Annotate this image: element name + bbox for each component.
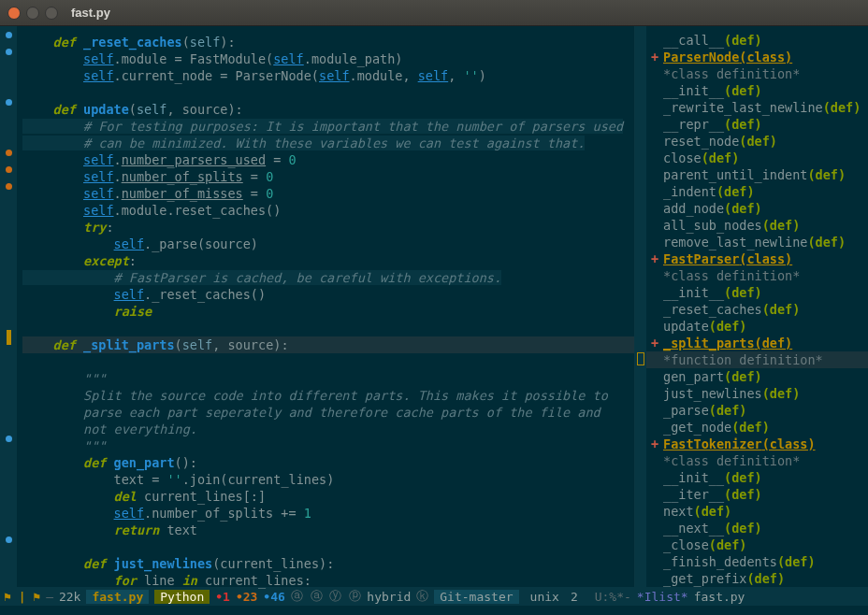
code-line[interactable]: self.number_of_misses = 0 <box>22 186 273 201</box>
outline-item[interactable]: *class definition* <box>646 65 868 82</box>
code-line[interactable]: def update(self, source): <box>22 102 243 117</box>
outline-item[interactable]: +_split_parts (def) <box>646 335 868 351</box>
code-line[interactable]: try: <box>22 220 114 235</box>
code-line[interactable]: def gen_part(): <box>22 455 197 470</box>
outline-item[interactable]: _rewrite_last_newline (def) <box>646 99 868 116</box>
warning-count[interactable]: •23 <box>236 590 257 604</box>
code-line[interactable]: self.module = FastModule(self.module_pat… <box>22 51 402 66</box>
outline-item[interactable]: __init__ (def) <box>646 469 868 486</box>
code-line[interactable]: """ <box>22 438 106 453</box>
editor-gutter <box>0 26 17 587</box>
outline-item[interactable]: *class definition* <box>646 267 868 284</box>
outline-item[interactable]: *function definition* <box>646 351 868 368</box>
outline-item[interactable]: _get_node (def) <box>646 419 868 436</box>
outline-item[interactable]: update (def) <box>646 318 868 335</box>
window-title: fast.py <box>71 6 110 20</box>
code-line[interactable]: for line in current_lines: <box>22 573 311 588</box>
code-line[interactable]: self.current_node = ParserNode(self.modu… <box>22 68 486 83</box>
outline-item[interactable]: +ParserNode (class) <box>646 49 868 65</box>
code-line[interactable]: self.number_of_splits = 0 <box>22 169 273 184</box>
outline-item[interactable]: gen_part (def) <box>646 368 868 385</box>
code-line[interactable]: # FastParser is cached, be careful with … <box>22 270 501 285</box>
outline-item[interactable]: _close (def) <box>646 536 868 553</box>
position-percent: 2 <box>571 590 578 604</box>
outline-panel[interactable]: __call__ (def)+ParserNode (class) *class… <box>634 26 868 587</box>
code-line[interactable]: def _reset_caches(self): <box>22 35 236 50</box>
outline-item[interactable]: just_newlines (def) <box>646 385 868 402</box>
major-mode[interactable]: Python <box>154 590 210 604</box>
outline-item[interactable]: __repr__ (def) <box>646 116 868 133</box>
code-line[interactable]: self._reset_caches() <box>22 287 266 302</box>
outline-mode-u: U:%*- <box>595 590 631 604</box>
outline-item[interactable]: __init__ (def) <box>646 82 868 99</box>
outline-item[interactable]: +FastTokenizer (class) <box>646 436 868 452</box>
outline-file: fast.py <box>694 590 745 604</box>
vc-branch[interactable]: Git-master <box>434 590 518 604</box>
outline-item[interactable]: *class definition* <box>646 452 868 469</box>
code-line[interactable]: self.number_parsers_used = 0 <box>22 152 297 167</box>
outline-item[interactable]: __call__ (def) <box>646 32 868 49</box>
outline-item[interactable]: __next__ (def) <box>646 520 868 536</box>
outline-item[interactable]: _reset_caches (def) <box>646 301 868 318</box>
code-area[interactable]: def _reset_caches(self): self.module = F… <box>17 26 634 587</box>
code-line[interactable]: Split the source code into different par… <box>22 388 608 403</box>
code-line[interactable]: not everything. <box>22 422 197 436</box>
code-line[interactable]: parse each part seperately and therefore… <box>22 405 600 420</box>
code-line[interactable]: text = ''.join(current_lines) <box>22 472 334 487</box>
outline-item[interactable]: parent_until_indent (def) <box>646 166 868 183</box>
close-window-button[interactable] <box>7 7 21 20</box>
outline-gutter <box>635 26 646 587</box>
buffer-name[interactable]: fast.py <box>86 590 149 604</box>
outline-item[interactable]: +FastParser (class) <box>646 250 868 267</box>
outline-item[interactable]: reset_node (def) <box>646 133 868 150</box>
outline-item[interactable]: _finish_dedents (def) <box>646 553 868 570</box>
code-line[interactable]: self.number_of_splits += 1 <box>22 506 311 521</box>
error-count[interactable]: •1 <box>215 590 230 604</box>
minor-mode-icons: ⓐ ⓐ ⓨ ⓟ <box>291 588 361 605</box>
outline-item[interactable]: __iter__ (def) <box>646 486 868 503</box>
code-line[interactable]: del current_lines[:] <box>22 489 266 504</box>
outline-item[interactable]: _indent (def) <box>646 183 868 200</box>
outline-item[interactable]: next (def) <box>646 503 868 520</box>
input-method: hybrid <box>367 590 411 604</box>
code-editor[interactable]: def _reset_caches(self): self.module = F… <box>0 26 634 587</box>
info-count[interactable]: •46 <box>263 590 284 604</box>
code-line[interactable]: def _split_parts(self, source): <box>22 336 634 353</box>
outline-item[interactable]: remove_last_newline (def) <box>646 234 868 250</box>
window-titlebar: fast.py <box>0 0 868 26</box>
code-line[interactable]: except: <box>22 253 137 268</box>
outline-item[interactable]: __init__ (def) <box>646 284 868 301</box>
outline-item[interactable]: add_node (def) <box>646 200 868 217</box>
code-line[interactable]: self._parse(source) <box>22 236 258 251</box>
code-line[interactable]: # For testing purposes: It is important … <box>22 119 623 134</box>
outline-item[interactable]: close (def) <box>646 150 868 166</box>
outline-item[interactable]: _parse (def) <box>646 402 868 419</box>
flycheck-indicator[interactable]: ⚑ | ⚑ <box>4 590 40 604</box>
code-line[interactable]: self.module.reset_caches() <box>22 203 281 218</box>
code-line[interactable]: """ <box>22 371 106 386</box>
code-line[interactable]: # can be minimized. With these variables… <box>22 136 585 150</box>
code-line[interactable]: raise <box>22 304 152 319</box>
outline-item[interactable]: all_sub_nodes (def) <box>646 217 868 234</box>
maximize-window-button[interactable] <box>45 7 58 20</box>
minimize-window-button[interactable] <box>26 7 39 20</box>
code-line[interactable]: return text <box>22 522 197 537</box>
outline-item[interactable]: _get_prefix (def) <box>646 570 868 587</box>
outline-buffer-name: *Ilist* <box>637 590 688 604</box>
code-line[interactable]: def just_newlines(current_lines): <box>22 556 334 571</box>
mode-line: ⚑ | ⚑ — 22k fast.py Python •1 •23 •46 ⓐ … <box>0 587 868 606</box>
file-size: 22k <box>59 590 80 604</box>
encoding: unix <box>525 590 565 604</box>
